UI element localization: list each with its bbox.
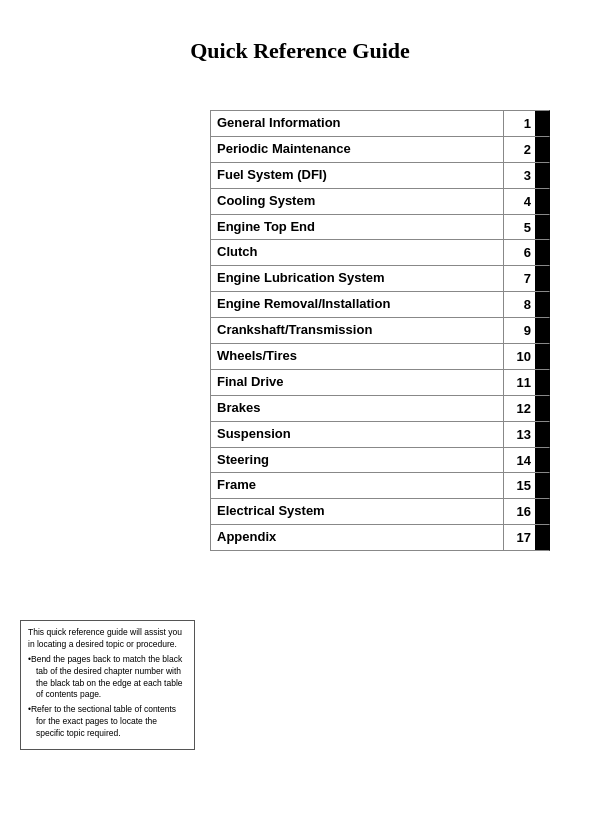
note-bullet2: •Refer to the sectional table of content…: [28, 704, 187, 740]
toc-item-number: 11: [503, 370, 535, 395]
toc-tab-marker: [535, 525, 549, 550]
toc-row: Crankshaft/Transmission9: [210, 317, 550, 343]
toc-tab-marker: [535, 473, 549, 498]
toc-item-number: 12: [503, 396, 535, 421]
toc-tab-marker: [535, 137, 549, 162]
toc-row: Wheels/Tires10: [210, 343, 550, 369]
toc-row: Engine Top End5: [210, 214, 550, 240]
toc-item-number: 15: [503, 473, 535, 498]
toc-item-number: 16: [503, 499, 535, 524]
toc-row: Engine Lubrication System7: [210, 265, 550, 291]
toc-item-label: General Information: [211, 111, 503, 136]
toc-item-number: 17: [503, 525, 535, 550]
toc-item-label: Clutch: [211, 240, 503, 265]
toc-tab-marker: [535, 318, 549, 343]
toc-row: Engine Removal/Installation8: [210, 291, 550, 317]
toc-row: Suspension13: [210, 421, 550, 447]
toc-item-label: Engine Removal/Installation: [211, 292, 503, 317]
toc-item-number: 8: [503, 292, 535, 317]
toc-row: Fuel System (DFI)3: [210, 162, 550, 188]
toc-item-number: 10: [503, 344, 535, 369]
note-bullet1: •Bend the pages back to match the black …: [28, 654, 187, 702]
toc-tab-marker: [535, 111, 549, 136]
toc-tab-marker: [535, 240, 549, 265]
toc-row: Final Drive11: [210, 369, 550, 395]
toc-item-label: Periodic Maintenance: [211, 137, 503, 162]
toc-row: Brakes12: [210, 395, 550, 421]
toc-row: Periodic Maintenance2: [210, 136, 550, 162]
toc-item-label: Frame: [211, 473, 503, 498]
page-title: Quick Reference Guide: [0, 0, 600, 84]
toc-item-number: 13: [503, 422, 535, 447]
toc-tab-marker: [535, 396, 549, 421]
toc-item-number: 7: [503, 266, 535, 291]
toc-item-label: Final Drive: [211, 370, 503, 395]
toc-item-number: 5: [503, 215, 535, 240]
toc-item-label: Brakes: [211, 396, 503, 421]
toc-tab-marker: [535, 448, 549, 473]
toc-item-label: Wheels/Tires: [211, 344, 503, 369]
toc-tab-marker: [535, 163, 549, 188]
toc-row: General Information1: [210, 110, 550, 136]
toc-item-number: 2: [503, 137, 535, 162]
toc-row: Cooling System4: [210, 188, 550, 214]
toc-item-number: 4: [503, 189, 535, 214]
toc-item-number: 1: [503, 111, 535, 136]
note-intro: This quick reference guide will assist y…: [28, 627, 187, 651]
toc-item-number: 9: [503, 318, 535, 343]
toc-tab-marker: [535, 344, 549, 369]
toc-item-number: 6: [503, 240, 535, 265]
toc-item-label: Engine Top End: [211, 215, 503, 240]
toc-item-label: Electrical System: [211, 499, 503, 524]
toc-container: General Information1Periodic Maintenance…: [210, 110, 550, 551]
toc-row: Clutch6: [210, 239, 550, 265]
toc-item-label: Fuel System (DFI): [211, 163, 503, 188]
toc-row: Appendix17: [210, 524, 550, 551]
toc-tab-marker: [535, 370, 549, 395]
toc-tab-marker: [535, 292, 549, 317]
toc-row: Steering14: [210, 447, 550, 473]
toc-item-label: Suspension: [211, 422, 503, 447]
toc-tab-marker: [535, 215, 549, 240]
toc-tab-marker: [535, 189, 549, 214]
note-box: This quick reference guide will assist y…: [20, 620, 195, 750]
toc-tab-marker: [535, 499, 549, 524]
toc-item-number: 14: [503, 448, 535, 473]
toc-row: Frame15: [210, 472, 550, 498]
toc-item-label: Appendix: [211, 525, 503, 550]
toc-tab-marker: [535, 266, 549, 291]
toc-item-label: Steering: [211, 448, 503, 473]
toc-item-label: Cooling System: [211, 189, 503, 214]
toc-item-number: 3: [503, 163, 535, 188]
toc-tab-marker: [535, 422, 549, 447]
toc-row: Electrical System16: [210, 498, 550, 524]
toc-item-label: Crankshaft/Transmission: [211, 318, 503, 343]
toc-item-label: Engine Lubrication System: [211, 266, 503, 291]
